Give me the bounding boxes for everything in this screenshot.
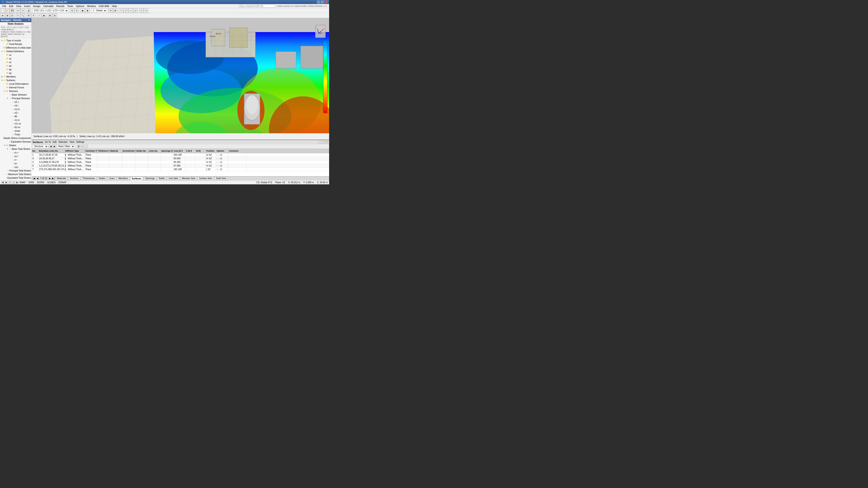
tb-select[interactable]: ↖	[16, 13, 20, 18]
tb-surface[interactable]: ▭	[133, 8, 138, 13]
load-case-selector[interactable]: CO2: LC1 + LC2 + LC3 + LC4	[32, 8, 68, 13]
bnav-tab-nodes[interactable]: Nodes	[97, 177, 107, 180]
tb-snap-node[interactable]: ⊹	[139, 8, 144, 13]
tree-item-6[interactable]: 📂uz	[0, 60, 31, 64]
menu-edit[interactable]: Edit	[8, 4, 15, 8]
restore-button[interactable]: □	[321, 0, 324, 4]
basic-objects-selector[interactable]: Basic Objects	[57, 144, 75, 148]
tree-item-34[interactable]: ○εy-	[0, 162, 31, 165]
sb-icon1[interactable]: ⊹	[8, 181, 11, 184]
tree-item-8[interactable]: 📂φy	[0, 68, 31, 71]
sub-tb-prev[interactable]: ◀	[49, 145, 52, 148]
tree-item-21[interactable]: ○ϑ0	[0, 115, 31, 118]
bnav-tab-surface-sets[interactable]: Surface Sets	[197, 177, 214, 180]
bnav-tab-materials[interactable]: Materials	[55, 177, 68, 180]
minimize-button[interactable]: ─	[317, 0, 320, 4]
menu-options[interactable]: Options	[74, 4, 86, 8]
tree-item-17[interactable]: ○σ2,+	[0, 100, 31, 104]
sub-tb-del[interactable]: −	[85, 145, 88, 148]
selection-menu[interactable]: Selection	[58, 141, 68, 143]
tb-line[interactable]: ╱	[124, 8, 128, 13]
tree-item-20[interactable]: ○σ2,−	[0, 111, 31, 115]
nav-pin-icon[interactable]: 📌	[25, 19, 27, 21]
bnav-tab-members[interactable]: Members	[117, 177, 129, 180]
tree-item-3[interactable]: ▼📁Global Definitions	[0, 50, 31, 53]
sb-icon2[interactable]: □	[12, 181, 15, 184]
bnav-tab-member-sets[interactable]: Member Sets	[180, 177, 197, 180]
surface-panel-maximize[interactable]: □	[321, 140, 324, 144]
bnav-tab-thicknesses[interactable]: Thicknesses	[81, 177, 97, 180]
table-row-0[interactable]: 116,17,28,65-47,18Without Thick...Plane1…	[32, 153, 329, 157]
tree-item-15[interactable]: ○Basic Stresses	[0, 93, 31, 96]
menu-results[interactable]: Results	[55, 4, 66, 8]
bnav-tab-sections[interactable]: Sections	[68, 177, 80, 180]
edit-menu[interactable]: Edit	[53, 141, 57, 143]
status-glines[interactable]: GLINES	[47, 181, 58, 184]
tb-result1[interactable]: R	[26, 13, 31, 18]
tb-zoom-all[interactable]: ⊞	[113, 8, 118, 13]
nav-tab-static-analysis[interactable]: Static Analysis	[0, 22, 31, 26]
tree-item-37[interactable]: ○Maximum Total Strains	[0, 172, 31, 176]
tree-item-29[interactable]: ▼📂Strains	[0, 143, 31, 147]
sub-tb-filter[interactable]: ⊞	[77, 145, 80, 148]
tb-render2[interactable]: C	[74, 8, 79, 13]
keyword-search[interactable]	[239, 4, 275, 8]
bnav-tab-lines[interactable]: Lines	[107, 177, 116, 180]
tree-item-18[interactable]: ○σ1+	[0, 104, 31, 107]
tree-item-24[interactable]: ○θ1+m	[0, 125, 31, 129]
goto-menu[interactable]: Go To	[45, 141, 51, 143]
tree-item-13[interactable]: 📂Internal Forces	[0, 86, 31, 89]
tb-snap[interactable]: ⊕	[0, 13, 5, 18]
tree-item-12[interactable]: 📂Local Deformations	[0, 82, 31, 86]
tb-new[interactable]: 📄	[0, 8, 5, 13]
search-input-container[interactable]	[239, 4, 275, 8]
bnav-tab-solids[interactable]: Solids	[157, 177, 166, 180]
bnav-prev[interactable]: ◀	[36, 177, 39, 180]
tb-result2[interactable]: V	[31, 13, 36, 18]
table-row-4[interactable]: 7273,274,388,403-397,470-459,275Without …	[32, 168, 329, 171]
table-row-3[interactable]: 51,2,14,271,270,65-28,13,66,69,262,66,5.…	[32, 164, 329, 168]
tree-item-1[interactable]: 📂Final Results	[0, 42, 31, 46]
tb-member[interactable]: ─	[128, 8, 133, 13]
bnav-tab-solid-sets[interactable]: Solid Sets	[214, 177, 228, 180]
title-bar-controls[interactable]: ─ □ ✕	[317, 0, 328, 4]
nav-close-icon[interactable]: ✕	[28, 19, 31, 21]
tree-item-9[interactable]: 📂φz	[0, 71, 31, 75]
tb-node[interactable]: •	[119, 8, 123, 13]
tree-item-31[interactable]: ○εx,+	[0, 151, 31, 154]
table-row-2[interactable]: 44-9,2668,37-58,270Without Thick...Plane…	[32, 160, 329, 164]
tb-deform[interactable]: ~	[37, 13, 41, 18]
tree-item-22[interactable]: ○σ1,m	[0, 118, 31, 122]
sb-next[interactable]: ▶	[5, 181, 8, 184]
tb-view1[interactable]: ▶	[81, 8, 85, 13]
menu-file[interactable]: File	[1, 4, 8, 8]
sb-prev[interactable]: ◀	[1, 181, 4, 184]
tree-item-27[interactable]: ○Elastic Stress Components	[0, 136, 31, 140]
tb-filter[interactable]: 🔍	[21, 13, 25, 18]
bnav-last[interactable]: ▶|	[52, 177, 55, 180]
tree-item-30[interactable]: ▼○Basic Total Strains	[0, 147, 31, 151]
tb-render1[interactable]: S	[70, 8, 74, 13]
surface-panel-close[interactable]: ✕	[325, 140, 328, 144]
close-button[interactable]: ✕	[324, 0, 328, 4]
menu-assign[interactable]: Assign	[32, 4, 42, 8]
sb-icon3[interactable]: ▶	[16, 181, 19, 184]
tree-item-7[interactable]: 📂φx	[0, 64, 31, 68]
tree-item-26[interactable]: ○Tmax	[0, 133, 31, 136]
menu-insert[interactable]: Insert	[23, 4, 32, 8]
sub-tb-next[interactable]: ▶	[53, 145, 56, 148]
menu-help[interactable]: Help	[111, 4, 119, 8]
tree-item-25[interactable]: ○σmax	[0, 129, 31, 133]
tb-extra2[interactable]: ⊟	[53, 13, 57, 18]
tb-save[interactable]: 💾	[10, 8, 14, 13]
tree-item-2[interactable]: 📂Differences to initial state	[0, 46, 31, 50]
table-row-1[interactable]: 319-26,36-45,27Without Thick...Plane50.0…	[32, 157, 329, 160]
menu-window[interactable]: Window	[86, 4, 97, 8]
tb-undo[interactable]: ↩	[16, 8, 20, 13]
tree-item-4[interactable]: 📂ux	[0, 53, 31, 57]
tb-ortho[interactable]: ⊡	[10, 13, 14, 18]
tree-item-35[interactable]: ○γxy-	[0, 165, 31, 169]
bnav-tab-line-sets[interactable]: Line Sets	[167, 177, 180, 180]
tree-item-0[interactable]: ▼📁Type of results	[0, 39, 31, 42]
tree-item-16[interactable]: ▼○Principal Stresses	[0, 96, 31, 100]
